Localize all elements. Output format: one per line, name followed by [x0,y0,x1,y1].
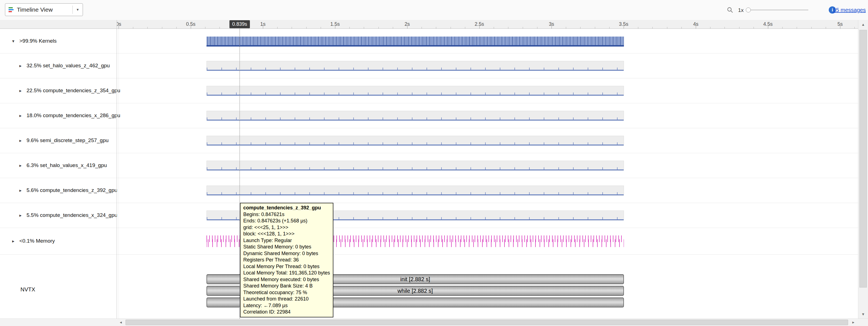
expand-arrow-icon[interactable]: ▸ [12,239,19,244]
sidebar-divider[interactable] [117,20,117,319]
tooltip-line: Launched from thread: 22610 [243,296,330,302]
expand-arrow-icon[interactable]: ▸ [19,213,27,218]
expand-arrow-icon[interactable]: ▸ [19,163,27,168]
ruler-tick: 3.5s [619,21,628,27]
tooltip-line: Local Memory Total: 191,365,120 bytes [243,270,330,276]
zoom-slider-track[interactable] [746,10,808,10]
tooltip-line: Local Memory Per Thread: 0 bytes [243,264,330,270]
tooltip-title: compute_tendencies_z_392_gpu [243,205,330,211]
collapse-arrow-icon[interactable]: ▾ [12,38,19,44]
time-zero-gridline [119,29,119,319]
sidebar-item-compute-tendencies-z-392[interactable]: ▸ 5.6% compute_tendencies_z_392_gpu [0,178,116,203]
kernel-track-bar[interactable] [207,136,624,146]
sidebar-item-label: 22.5% compute_tendencies_z_354_gpu [27,87,120,93]
sidebar-item-compute-tendencies-z-354[interactable]: ▸ 22.5% compute_tendencies_z_354_gpu [0,78,116,103]
tooltip-line: Launch Type: Regular [243,237,330,244]
tooltip-line: Theoretical occupancy: 75 % [243,290,330,296]
tooltip-line: Registers Per Thread: 36 [243,257,330,264]
ruler-tick: 0.5s [186,21,195,27]
tooltip-line: Shared Memory executed: 0 bytes [243,276,330,283]
expand-arrow-icon[interactable]: ▸ [19,188,27,193]
scroll-up-icon[interactable]: ▲ [858,20,868,29]
sidebar-item-label: 5.5% compute_tendencies_x_324_gpu [27,212,118,218]
nvtx-range-label: while [2.882 s] [398,288,433,294]
top-toolbar: Timeline View ▼ 1x i 15 messages [0,0,868,20]
ruler-tick: 4s [693,21,698,27]
scroll-right-icon[interactable]: ► [849,319,858,326]
ruler-tick: 3s [549,21,554,27]
kernel-track-bar[interactable] [207,111,624,121]
messages-link[interactable]: 15 messages [833,7,866,13]
nsight-timeline-window: Timeline View ▼ 1x i 15 messages 0s 0.5s… [0,0,868,326]
view-selector-dropdown[interactable]: Timeline View ▼ [5,3,83,16]
row-divider [0,153,858,153]
kernel-tooltip: compute_tendencies_z_392_gpu Begins: 0.8… [240,203,333,318]
zoom-level-label: 1x [738,7,744,13]
expand-arrow-icon[interactable]: ▸ [19,88,27,93]
sidebar-item-compute-tendencies-x-286[interactable]: ▸ 18.0% compute_tendencies_x_286_gpu [0,103,116,128]
ruler-scale: 0s 0.5s 1s 1.5s 2s 2.5s 3s 3.5s 4s 4.5s … [117,20,858,29]
tooltip-line: grid: <<<25, 1, 1>>> [243,224,330,231]
kernels-summary-bar[interactable] [207,36,624,47]
scroll-left-icon[interactable]: ◄ [117,319,125,326]
sidebar-item-label: 9.6% semi_discrete_step_257_gpu [27,137,108,143]
ruler-tick: 1s [260,21,266,27]
sidebar-item-label: 5.6% compute_tendencies_z_392_gpu [27,187,118,193]
tooltip-line: Begins: 0.847621s [243,211,330,218]
ruler-tick: 2s [404,21,410,27]
ruler-tick: 2.5s [475,21,484,27]
expand-arrow-icon[interactable]: ▸ [19,138,27,143]
row-divider [0,203,858,203]
chevron-down-icon[interactable]: ▼ [73,8,83,11]
sidebar-item-memory[interactable]: ▸ <0.1% Memory [0,228,116,254]
sidebar-item-set-halo-values-x[interactable]: ▸ 6.3% set_halo_values_x_419_gpu [0,153,116,178]
timeline-view-icon [8,7,14,12]
sidebar-item-label: 6.3% set_halo_values_x_419_gpu [27,162,107,168]
kernel-track-bar[interactable] [207,186,624,195]
magnifier-icon [726,6,734,15]
ruler-tick: 0s [117,21,121,27]
sidebar-item-set-halo-values-z[interactable]: ▸ 32.5% set_halo_values_z_462_gpu [0,53,116,78]
ruler-tick: 5s [837,21,843,27]
expand-arrow-icon[interactable]: ▸ [19,63,27,69]
tooltip-line: Correlation ID: 22984 [243,309,330,316]
ruler-tick: 1.5s [330,21,340,27]
tooltip-line: Dynamic Shared Memory: 0 bytes [243,250,330,257]
kernel-track-bar[interactable] [207,161,624,171]
sidebar-item-semi-discrete-step[interactable]: ▸ 9.6% semi_discrete_step_257_gpu [0,128,116,153]
scroll-down-icon[interactable]: ▼ [858,310,868,319]
horizontal-scrollbar[interactable]: ◄ ► [0,319,868,326]
row-divider [0,254,858,254]
tooltip-line: Static Shared Memory: 0 bytes [243,244,330,250]
tooltip-line: Latency: ←7.089 µs [243,302,330,309]
row-divider [0,103,858,103]
ruler-major-ticks [117,26,858,29]
time-ruler[interactable]: 0s 0.5s 1s 1.5s 2s 2.5s 3s 3.5s 4s 4.5s … [0,20,858,29]
tooltip-line: Ends: 0.847623s (+1.568 µs) [243,218,330,224]
expand-arrow-icon[interactable]: ▸ [19,113,27,118]
time-marker-badge[interactable]: 0.839s [229,20,250,28]
ruler-tick: 4.5s [763,21,773,27]
tooltip-line: Shared Memory Bank Size: 4 B [243,283,330,290]
tooltip-line: block: <<<128, 1, 1>>> [243,231,330,237]
vertical-scrollbar[interactable]: ▲ ▼ [858,20,868,319]
vertical-scrollbar-thumb[interactable] [860,30,867,288]
kernel-track-bar[interactable] [207,61,624,71]
row-divider [0,128,858,128]
sidebar-item-label: 32.5% set_halo_values_z_462_gpu [27,62,110,69]
zoom-slider-thumb[interactable] [746,7,751,12]
row-divider [0,178,858,178]
sidebar-item-label: <0.1% Memory [19,238,55,244]
horizontal-scrollbar-thumb[interactable] [125,320,848,325]
row-divider [0,78,858,78]
sidebar-item-compute-tendencies-x-324[interactable]: ▸ 5.5% compute_tendencies_x_324_gpu [0,203,116,228]
sidebar-item-label: >99.9% Kernels [19,38,57,44]
kernel-track-bar[interactable] [207,86,624,96]
sidebar-item-label: 18.0% compute_tendencies_x_286_gpu [27,112,120,118]
nvtx-range-label: init [2.882 s] [400,276,430,282]
view-selector-label: Timeline View [17,6,53,13]
sidebar-item-kernels[interactable]: ▾ >99.9% Kernels [0,29,116,53]
sidebar-item-nvtx[interactable]: NVTX [21,287,35,293]
